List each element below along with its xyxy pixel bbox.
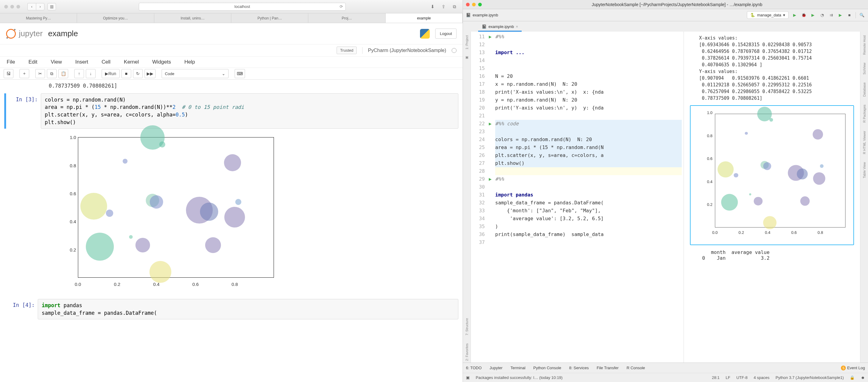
bottom-r-console[interactable]: R Console	[627, 365, 645, 370]
close-dot[interactable]	[4, 5, 8, 8]
code-area[interactable]: #%% import ... N = 20x = np.random.rand(…	[493, 32, 684, 362]
max-dot[interactable]	[17, 5, 20, 8]
rail-remote-host[interactable]: Remote Host	[863, 33, 866, 57]
stop-button[interactable]: ■	[121, 69, 131, 78]
safari-tab[interactable]: Python | Pan…	[231, 13, 308, 23]
hector-icon[interactable]: ☻	[861, 375, 865, 380]
command-palette-button[interactable]: ⌨	[235, 69, 245, 78]
save-button[interactable]: 🖫	[4, 69, 13, 78]
stop-button[interactable]: ■	[846, 12, 852, 18]
attach-button[interactable]: ▶	[837, 12, 843, 18]
bottom-8-services[interactable]: 8: Services	[569, 365, 589, 370]
menu-cell[interactable]: Cell	[102, 59, 111, 65]
search-everywhere-icon[interactable]: 🔍	[859, 12, 865, 18]
cut-button[interactable]: ✂	[35, 69, 45, 78]
status-python[interactable]: Python 3.7 (JupyterNotebookSample1)	[775, 375, 844, 380]
rail-sciview[interactable]: SciView	[863, 61, 866, 76]
share-icon[interactable]: ⇪	[439, 3, 447, 10]
close-icon[interactable]: ×	[516, 24, 518, 29]
y-tick: 0.6	[49, 191, 76, 196]
editor-tab-strip: 📓 example.ipynb ×	[463, 21, 868, 32]
menu-kernel[interactable]: Kernel	[124, 59, 139, 65]
back-button[interactable]: ‹	[27, 3, 36, 10]
run-config-select[interactable]: 🐍 manage_data ▾	[747, 11, 788, 19]
sidebar-button[interactable]: ▥	[48, 3, 56, 10]
move-up-button[interactable]: ↑	[74, 69, 84, 78]
run-button[interactable]: ▶ Run	[102, 69, 120, 78]
menu-help[interactable]: Help	[184, 59, 195, 65]
safari-tab[interactable]: Optimize you…	[77, 13, 154, 23]
trusted-button[interactable]: Trusted	[337, 46, 357, 54]
safari-tab[interactable]: example	[385, 13, 463, 23]
bottom-python-console[interactable]: Python Console	[533, 365, 561, 370]
address-bar[interactable]: localhost ⟳	[139, 3, 346, 11]
ide-file-tab[interactable]: 📓 example.ipynb	[466, 13, 498, 17]
ide-file-tab-label: example.ipynb	[473, 13, 498, 17]
menu-file[interactable]: File	[7, 59, 15, 65]
ide-min[interactable]	[472, 3, 476, 6]
menu-edit[interactable]: Edit	[28, 59, 37, 65]
restart-button[interactable]: ↻	[133, 69, 143, 78]
cell-in4[interactable]: In [4]: import pandas sample_data_frame …	[4, 299, 458, 319]
right-tool-rail: Remote HostSciViewDatabaseR PackagesR HT…	[860, 32, 868, 362]
move-down-button[interactable]: ↓	[86, 69, 96, 78]
status-lf[interactable]: LF	[725, 375, 730, 380]
ide-close[interactable]	[466, 3, 470, 6]
rail-structure[interactable]: 7: Structure	[465, 316, 469, 337]
rail-database[interactable]: Database	[863, 81, 866, 99]
safari-titlebar: ‹ › ▥ localhost ⟳ ⬇ ⇪ ⧉	[0, 0, 463, 13]
copy-button[interactable]: ⧉	[47, 69, 57, 78]
run-all-button[interactable]: ▶▶	[145, 69, 156, 78]
jupyter-logo: jupyter	[6, 29, 42, 39]
rail-table-view[interactable]: Table View	[863, 160, 866, 180]
status-indent[interactable]: 4 spaces	[753, 375, 769, 380]
in3-code[interactable]: colors = np.random.rand(N) area = np.pi …	[41, 93, 458, 129]
bottom-file-transfer[interactable]: File Transfer	[596, 365, 618, 370]
debug-button[interactable]: 🐞	[801, 12, 807, 18]
status-enc[interactable]: UTF-8	[736, 375, 747, 380]
tabs-icon[interactable]: ⧉	[451, 3, 458, 10]
x-tick: 0.8	[231, 282, 238, 287]
ide-bottom-bar: 6: TODOJupyterTerminalPython Console8: S…	[463, 362, 868, 373]
safari-tab[interactable]: Install, unins…	[154, 13, 231, 23]
menu-view[interactable]: View	[51, 59, 62, 65]
editor[interactable]: 1112131415161718192021222324252627282930…	[471, 32, 684, 362]
safari-tab[interactable]: Mastering Py…	[0, 13, 77, 23]
cell-in3[interactable]: In [3]: colors = np.random.rand(N) area …	[4, 93, 458, 129]
menu-insert[interactable]: Insert	[75, 59, 88, 65]
rail-r-html-viewer[interactable]: R HTML Viewer	[863, 129, 866, 156]
status-pos[interactable]: 28:1	[712, 375, 719, 380]
notebook-title[interactable]: example	[48, 29, 78, 38]
rail-r-packages[interactable]: R Packages	[863, 103, 866, 124]
bottom-jupyter[interactable]: Jupyter	[490, 365, 503, 370]
min-dot[interactable]	[10, 5, 14, 8]
notebook-area[interactable]: 0.78737509 0.70808261] In [3]: colors = …	[0, 80, 463, 382]
paste-button[interactable]: 📋	[58, 69, 68, 78]
forward-button[interactable]: ›	[36, 3, 44, 10]
download-icon[interactable]: ⬇	[429, 3, 436, 10]
add-cell-button[interactable]: ＋	[20, 69, 29, 78]
logout-button[interactable]: Logout	[435, 29, 457, 39]
run-button[interactable]: ▶	[792, 12, 798, 18]
reload-icon[interactable]: ⟳	[340, 4, 343, 9]
concurrency-button[interactable]: ⇉	[828, 12, 834, 18]
cell-type-label: Code	[165, 71, 175, 76]
bottom-terminal[interactable]: Terminal	[510, 365, 525, 370]
menu-widgets[interactable]: Widgets	[152, 59, 171, 65]
rail-project[interactable]: 1: Project	[465, 33, 469, 51]
safari-tab[interactable]: Proj…	[308, 13, 385, 23]
lock-icon[interactable]: 🔒	[850, 375, 855, 380]
coverage-button[interactable]: ▶	[810, 12, 816, 18]
event-log-button[interactable]: Event Log	[847, 365, 865, 370]
address-text: localhost	[234, 4, 250, 9]
in4-code[interactable]: import pandas sample_data_frame = pandas…	[38, 299, 458, 319]
ide-max[interactable]	[478, 3, 482, 6]
rail-favorites[interactable]: 2: Favorites	[465, 342, 469, 362]
profile-button[interactable]: ◔	[819, 12, 825, 18]
plot-area	[78, 137, 274, 278]
folder-icon[interactable]: ▣	[465, 55, 468, 59]
bottom-6-todo[interactable]: 6: TODO	[466, 365, 482, 370]
y-tick: 1.0	[49, 135, 76, 140]
cell-type-select[interactable]: Code⌄	[162, 69, 228, 78]
editor-tab[interactable]: 📓 example.ipynb ×	[478, 23, 522, 32]
